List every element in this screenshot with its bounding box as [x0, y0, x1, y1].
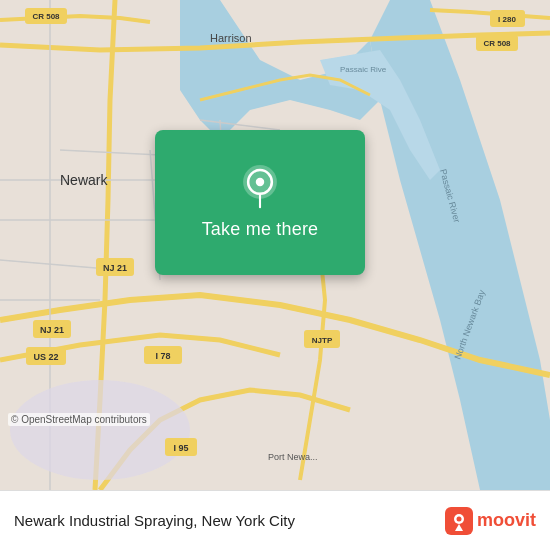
moovit-icon [445, 507, 473, 535]
svg-text:Port Newa...: Port Newa... [268, 452, 318, 462]
svg-point-37 [256, 178, 264, 186]
svg-text:I 78: I 78 [155, 351, 170, 361]
svg-text:US 22: US 22 [33, 352, 58, 362]
location-card: Take me there [155, 130, 365, 275]
svg-text:NJTP: NJTP [312, 336, 333, 345]
moovit-label: moovit [477, 510, 536, 531]
svg-text:I 95: I 95 [173, 443, 188, 453]
svg-text:Harrison: Harrison [210, 32, 252, 44]
map-pin-icon [238, 165, 282, 209]
moovit-logo: moovit [445, 507, 536, 535]
svg-text:Newark: Newark [60, 172, 108, 188]
svg-text:Passaic Rive: Passaic Rive [340, 65, 387, 74]
svg-text:NJ 21: NJ 21 [103, 263, 127, 273]
svg-text:NJ 21: NJ 21 [40, 325, 64, 335]
svg-text:CR 508: CR 508 [483, 39, 511, 48]
map-container: NJ 21 NJ 21 I 78 US 22 I 95 NJTP I 280 C… [0, 0, 550, 490]
take-me-there-button[interactable]: Take me there [202, 219, 319, 240]
copyright-notice: © OpenStreetMap contributors [8, 413, 150, 426]
bottom-bar: Newark Industrial Spraying, New York Cit… [0, 490, 550, 550]
svg-text:CR 508: CR 508 [32, 12, 60, 21]
location-name: Newark Industrial Spraying, New York Cit… [14, 512, 295, 529]
svg-text:I 280: I 280 [498, 15, 516, 24]
svg-point-10 [10, 380, 190, 480]
svg-point-40 [456, 516, 461, 521]
